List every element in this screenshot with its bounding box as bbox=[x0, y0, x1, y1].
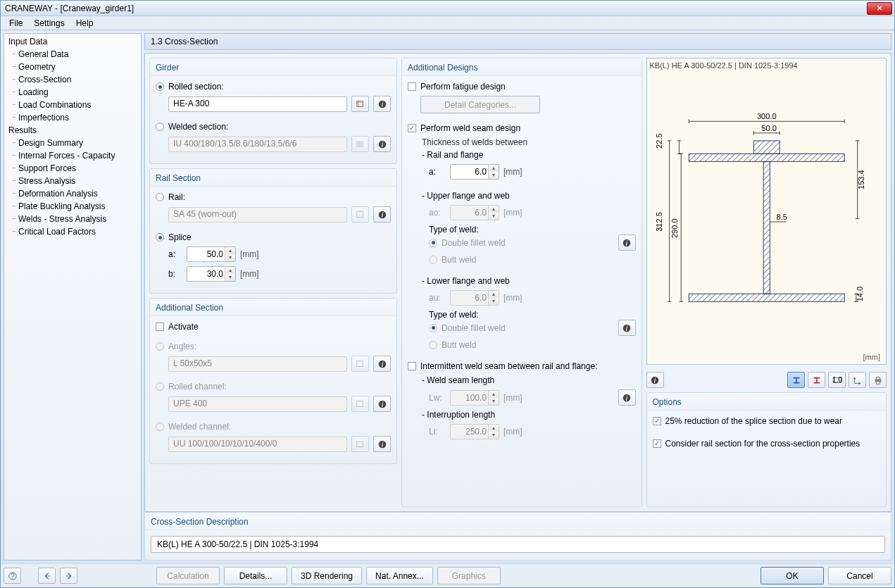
close-icon: ✕ bbox=[877, 5, 882, 12]
label-a: a: bbox=[168, 249, 182, 259]
btn-view-values[interactable]: 1.0 bbox=[828, 372, 846, 388]
radio-rail[interactable] bbox=[156, 193, 164, 201]
btn-details[interactable]: Details... bbox=[224, 567, 287, 584]
btn-edit-welded-ch bbox=[351, 436, 369, 452]
radio-rolled-section[interactable] bbox=[156, 82, 164, 91]
btn-view-stresses[interactable] bbox=[808, 372, 825, 388]
tree-item-support-forces[interactable]: Support Forces bbox=[6, 162, 139, 175]
btn-info-welded-ch[interactable]: i bbox=[373, 436, 391, 452]
check-activate[interactable] bbox=[156, 323, 164, 331]
btn-info-angles[interactable]: i bbox=[373, 356, 391, 372]
library-icon bbox=[356, 359, 365, 369]
info-icon: i bbox=[377, 99, 387, 109]
radio-rolled-channel bbox=[156, 382, 164, 391]
menu-settings[interactable]: Settings bbox=[28, 17, 70, 30]
radio-welded-section[interactable] bbox=[156, 123, 164, 131]
btn-nav-prev[interactable] bbox=[38, 568, 56, 584]
check-fatigue[interactable] bbox=[408, 82, 416, 91]
label-welded-section: Welded section: bbox=[168, 122, 228, 132]
svg-rect-6 bbox=[356, 211, 363, 217]
label-upper: - Upper flange and web bbox=[422, 191, 636, 201]
label-butt-lower: Butt weld bbox=[442, 340, 476, 350]
btn-info-intermittent[interactable]: i bbox=[618, 389, 636, 406]
btn-help[interactable]: ? bbox=[4, 568, 21, 584]
input-splice-a[interactable]: 50.0▲▼ bbox=[187, 246, 236, 262]
spinner-up-icon: ▲ bbox=[225, 267, 235, 274]
label-fillet-upper: Double fillet weld bbox=[442, 238, 506, 248]
library-icon bbox=[356, 399, 365, 409]
spinner-up-icon: ▲ bbox=[225, 247, 235, 254]
menu-file[interactable]: File bbox=[4, 17, 28, 30]
btn-info-rail[interactable]: i bbox=[373, 206, 391, 223]
tree-item-design-summary[interactable]: Design Summary bbox=[6, 137, 139, 149]
svg-text:14.0: 14.0 bbox=[856, 287, 864, 302]
input-description[interactable]: KB(L) HE A 300-50/22.5 | DIN 1025-3:1994 bbox=[151, 536, 885, 553]
label-fillet-lower: Double fillet weld bbox=[442, 323, 506, 333]
check-intermittent[interactable] bbox=[408, 362, 416, 370]
radio-splice[interactable] bbox=[156, 233, 164, 242]
btn-ok[interactable]: OK bbox=[761, 567, 824, 584]
btn-info-lower[interactable]: i bbox=[618, 320, 636, 336]
tree-item-cross-section[interactable]: Cross-Section bbox=[6, 73, 139, 86]
axes-icon bbox=[853, 375, 863, 385]
tree-item-geometry[interactable]: Geometry bbox=[6, 61, 139, 73]
check-consider-rail[interactable] bbox=[653, 439, 661, 448]
label-lower: - Lower flange and web bbox=[422, 276, 636, 286]
menu-help[interactable]: Help bbox=[70, 17, 99, 30]
section-icon bbox=[791, 375, 801, 385]
btn-info-rolled-ch[interactable]: i bbox=[373, 396, 391, 412]
preview-title: KB(L) HE A 300-50/22.5 | DIN 1025-3:1994 bbox=[650, 61, 884, 70]
btn-info-upper[interactable]: i bbox=[618, 234, 636, 251]
label-weld-len-hdr: - Weld seam length bbox=[422, 375, 636, 385]
input-lw: 100.0▲▼ bbox=[450, 390, 499, 406]
btn-3d-rendering[interactable]: 3D Rendering bbox=[292, 567, 362, 584]
btn-print-preview[interactable] bbox=[869, 372, 887, 388]
info-icon: i bbox=[377, 359, 387, 369]
label-rolled-channel: Rolled channel: bbox=[168, 382, 227, 392]
info-icon: i bbox=[622, 393, 632, 403]
btn-nav-next[interactable] bbox=[60, 568, 77, 584]
btn-cancel[interactable]: Cancel bbox=[828, 567, 891, 584]
label-intermittent: Intermittent weld seam between rail and … bbox=[420, 361, 597, 371]
input-splice-b[interactable]: 30.0▲▼ bbox=[187, 266, 236, 282]
btn-info-rolled[interactable]: i bbox=[373, 96, 391, 112]
tree-item-deformation-analysis[interactable]: Deformation Analysis bbox=[6, 187, 139, 200]
tree-item-loading[interactable]: Loading bbox=[6, 86, 139, 99]
radio-fillet-upper bbox=[429, 239, 437, 247]
input-weld-a[interactable]: 6.0▲▼ bbox=[450, 164, 499, 180]
tree-item-load-combinations[interactable]: Load Combinations bbox=[6, 99, 139, 111]
input-weld-ao: 6.0▲▼ bbox=[450, 205, 499, 220]
tree-item-critical-load[interactable]: Critical Load Factors bbox=[6, 225, 139, 238]
label-type1: Type of weld: bbox=[422, 225, 636, 234]
radio-angles bbox=[156, 342, 164, 351]
btn-view-axes[interactable] bbox=[849, 372, 866, 388]
btn-library-rolled[interactable] bbox=[351, 96, 369, 112]
btn-edit-welded bbox=[351, 136, 369, 152]
label-fatigue: Perform fatigue design bbox=[420, 82, 506, 92]
input-welded-channel: UU 100/100/10/10/10/400/0 bbox=[168, 437, 347, 452]
tree-item-plate-buckling[interactable]: Plate Buckling Analysis bbox=[6, 200, 139, 213]
svg-rect-25 bbox=[689, 154, 844, 161]
input-rolled-section[interactable]: HE-A 300 bbox=[168, 96, 347, 112]
label-li: Li: bbox=[429, 427, 446, 437]
btn-info-preview[interactable]: i bbox=[646, 372, 664, 388]
svg-text:153.4: 153.4 bbox=[856, 170, 865, 189]
tree-item-general-data[interactable]: General Data bbox=[6, 48, 139, 61]
svg-text:?: ? bbox=[11, 571, 15, 580]
check-splice-reduction[interactable] bbox=[653, 417, 661, 425]
btn-view-section[interactable] bbox=[787, 372, 805, 388]
tree-item-imperfections[interactable]: Imperfections bbox=[6, 111, 139, 124]
check-weld-seam[interactable] bbox=[408, 124, 416, 132]
tree-item-stress-analysis[interactable]: Stress Analysis bbox=[6, 175, 139, 187]
label-type2: Type of weld: bbox=[422, 310, 636, 320]
svg-text:1.0: 1.0 bbox=[832, 375, 842, 384]
label-ao: ao: bbox=[429, 208, 446, 218]
label-rail-flange: - Rail and flange bbox=[422, 150, 636, 160]
tree-item-internal-forces[interactable]: Internal Forces - Capacity bbox=[6, 149, 139, 162]
btn-info-welded[interactable]: i bbox=[373, 136, 391, 152]
close-button[interactable]: ✕ bbox=[867, 2, 892, 15]
label-int-len-hdr: - Interruption length bbox=[422, 410, 636, 420]
tree-item-welds-stress[interactable]: Welds - Stress Analysis bbox=[6, 213, 139, 225]
btn-nat-annex[interactable]: Nat. Annex... bbox=[366, 567, 433, 584]
spinner-down-icon: ▼ bbox=[225, 254, 235, 261]
